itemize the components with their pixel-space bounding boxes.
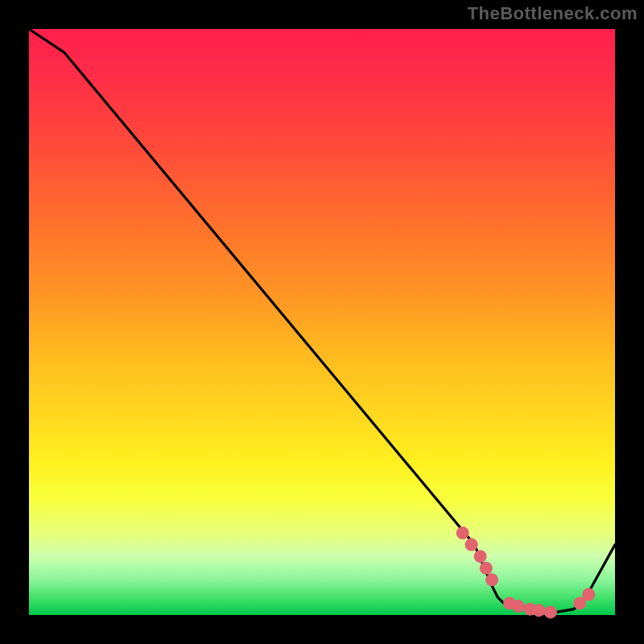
curve-marker [532,604,545,617]
curve-marker [512,600,525,613]
curve-marker [480,562,493,575]
watermark-text: TheBottleneck.com [468,3,638,24]
chart-frame: TheBottleneck.com [0,0,644,644]
curve-marker [582,588,595,601]
curve-marker [544,605,557,618]
plot-area [29,29,615,615]
curve-marker [465,539,478,551]
curve-line [29,29,615,612]
curve-marker [456,526,469,539]
curve-marker [474,550,487,563]
curve-marker [485,573,498,586]
chart-svg [29,29,615,615]
curve-markers [456,526,596,618]
